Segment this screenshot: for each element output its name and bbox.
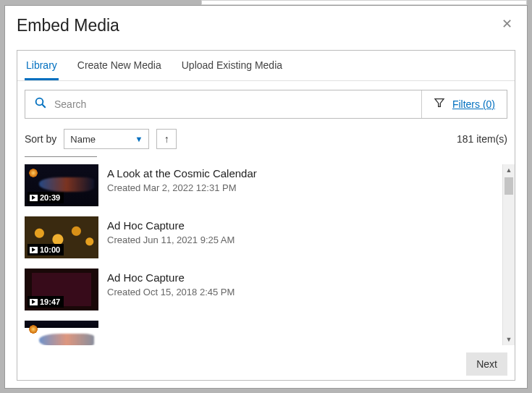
close-button[interactable]: ✕ xyxy=(499,16,515,32)
list-area: 20:39 A Look at the Cosmic Calendar Crea… xyxy=(17,164,515,345)
scroll-handle[interactable] xyxy=(504,177,513,195)
search-input[interactable] xyxy=(54,98,413,110)
list-item-meta: Ad Hoc Capture Created Jun 11, 2021 9:25… xyxy=(107,216,235,258)
svg-marker-2 xyxy=(435,99,444,107)
scrollbar-vertical[interactable]: ▲ ▼ xyxy=(502,164,515,345)
thumbnail[interactable]: 10:00 xyxy=(25,216,98,258)
search-box[interactable] xyxy=(25,90,421,118)
filters-label: Filters (0) xyxy=(452,98,495,110)
search-icon xyxy=(34,96,47,112)
media-title[interactable]: A Look at the Cosmic Calendar xyxy=(107,167,257,179)
media-created: Created Oct 15, 2018 2:45 PM xyxy=(107,287,235,297)
duration-text: 19:47 xyxy=(40,297,60,306)
embed-media-modal: Embed Media ✕ Library Create New Media U… xyxy=(4,5,528,389)
background-window-edge xyxy=(201,0,527,5)
media-title[interactable]: Ad Hoc Capture xyxy=(107,271,235,284)
duration-text: 10:00 xyxy=(40,245,60,254)
list-item-meta: Ad Hoc Capture Created Oct 15, 2018 2:45… xyxy=(107,269,235,310)
play-icon xyxy=(30,195,38,201)
scroll-down-arrow[interactable]: ▼ xyxy=(503,334,515,345)
list-item[interactable]: 19:47 Ad Hoc Capture Created Oct 15, 201… xyxy=(25,269,502,310)
tab-create-new-media[interactable]: Create New Media xyxy=(76,51,163,80)
next-button[interactable]: Next xyxy=(466,352,507,376)
modal-header: Embed Media ✕ xyxy=(17,16,515,35)
media-title[interactable]: Ad Hoc Capture xyxy=(107,219,235,232)
svg-point-0 xyxy=(36,98,43,106)
media-created: Created Jun 11, 2021 9:25 AM xyxy=(107,234,235,245)
chevron-down-icon: ▼ xyxy=(135,135,143,143)
sort-direction-button[interactable]: ↑ xyxy=(156,129,177,149)
media-created: Created Mar 2, 2022 12:31 PM xyxy=(107,182,257,193)
list-item[interactable]: 20:39 A Look at the Cosmic Calendar Crea… xyxy=(25,164,502,206)
list-item-meta: A Look at the Cosmic Calendar Created Ma… xyxy=(107,164,257,206)
modal-footer: Next xyxy=(17,345,515,380)
list-item[interactable]: 10:00 Ad Hoc Capture Created Jun 11, 202… xyxy=(25,216,502,258)
divider xyxy=(25,156,97,157)
list-item-partial[interactable] xyxy=(25,321,502,328)
tab-library[interactable]: Library xyxy=(25,51,59,80)
thumbnail[interactable]: 19:47 xyxy=(25,269,98,310)
play-icon xyxy=(30,299,38,305)
duration-badge: 10:00 xyxy=(28,244,64,255)
media-list: 20:39 A Look at the Cosmic Calendar Crea… xyxy=(25,164,502,345)
sort-select[interactable]: Name ▼ xyxy=(64,129,149,149)
modal-title: Embed Media xyxy=(17,16,119,35)
filters-button[interactable]: Filters (0) xyxy=(421,90,507,118)
sort-by-label: Sort by xyxy=(25,133,56,145)
tabs: Library Create New Media Upload Existing… xyxy=(17,51,515,81)
tab-upload-existing-media[interactable]: Upload Existing Media xyxy=(180,51,284,80)
modal-body: Library Create New Media Upload Existing… xyxy=(17,50,515,381)
thumbnail[interactable] xyxy=(25,321,98,328)
thumbnail[interactable]: 20:39 xyxy=(25,164,98,206)
svg-line-1 xyxy=(42,104,46,108)
search-filter-bar: Filters (0) xyxy=(25,90,507,119)
duration-badge: 19:47 xyxy=(28,296,64,308)
item-count: 181 item(s) xyxy=(457,133,507,145)
sort-select-value: Name xyxy=(70,134,96,145)
sort-row: Sort by Name ▼ ↑ 181 item(s) xyxy=(17,124,515,156)
play-icon xyxy=(30,247,38,253)
scroll-up-arrow[interactable]: ▲ xyxy=(503,164,515,176)
duration-text: 20:39 xyxy=(40,193,60,202)
duration-badge: 20:39 xyxy=(28,192,64,203)
filter-icon xyxy=(434,97,445,111)
